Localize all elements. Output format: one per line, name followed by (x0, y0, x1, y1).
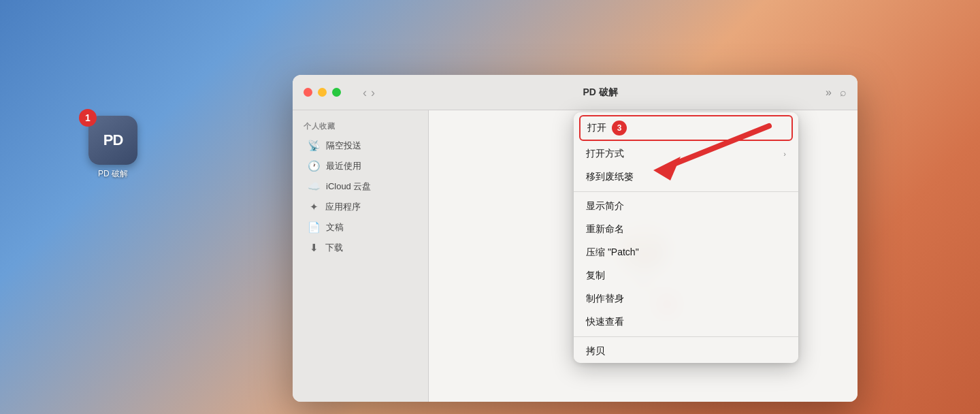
context-move-trash-label: 移到废纸篓 (586, 171, 634, 183)
context-menu-move-trash[interactable]: 移到废纸篓 (574, 165, 798, 189)
desktop-icon-area: 1 PD PD 破解 (88, 116, 137, 180)
context-copy-label: 复制 (586, 270, 605, 282)
context-menu-compress[interactable]: 压缩 "Patch" (574, 241, 798, 264)
app-icon-wrapper: 1 PD PD 破解 (88, 116, 137, 180)
context-menu-quicklook[interactable]: 快速查看 (574, 310, 798, 334)
context-menu-copy[interactable]: 复制 (574, 264, 798, 287)
downloads-icon: ⬇ (308, 242, 320, 254)
app-icon[interactable]: PD (88, 116, 137, 165)
sidebar-item-airdrop-label: 隔空投送 (326, 140, 361, 152)
nav-forward-button[interactable]: › (371, 86, 375, 99)
finder-sidebar: 个人收藏 📡 隔空投送 🕐 最近使用 ☁️ iCloud 云盘 ✦ 应用程序 📄… (293, 110, 429, 402)
badge-3: 3 (612, 121, 627, 136)
context-menu-open-with[interactable]: 打开方式 › (574, 142, 798, 165)
context-menu: 打开 3 打开方式 › 移到废纸篓 显示简介 重新命名 压缩 "Patch" 复… (574, 112, 798, 363)
sidebar-item-airdrop[interactable]: 📡 隔空投送 (297, 136, 424, 156)
app-initials: PD (103, 131, 123, 149)
sidebar-item-downloads[interactable]: ⬇ 下载 (297, 238, 424, 258)
expand-button[interactable]: » (826, 86, 832, 99)
context-open-with-label: 打开方式 (586, 148, 624, 160)
context-open-label: 打开 (587, 122, 606, 134)
app-desktop-label: PD 破解 (98, 168, 128, 180)
sidebar-item-docs-label: 文稿 (326, 221, 344, 234)
apps-icon: ✦ (308, 201, 320, 213)
sidebar-section-title: 个人收藏 (293, 118, 428, 136)
context-rename-label: 重新命名 (586, 223, 624, 236)
context-menu-info[interactable]: 显示简介 (574, 195, 798, 218)
chevron-right-icon: › (783, 150, 786, 158)
finder-title: PD 破解 (383, 86, 817, 99)
sidebar-item-icloud-label: iCloud 云盘 (326, 180, 371, 193)
sidebar-item-apps-label: 应用程序 (325, 201, 361, 213)
context-compress-label: 压缩 "Patch" (586, 246, 639, 259)
context-menu-alias[interactable]: 制作替身 (574, 287, 798, 310)
context-copy2-label: 拷贝 (586, 345, 605, 357)
icloud-icon: ☁️ (308, 180, 321, 193)
airdrop-icon: 📡 (308, 140, 321, 152)
badge-1: 1 (79, 109, 97, 127)
sidebar-item-recent-label: 最近使用 (326, 160, 361, 172)
titlebar-nav: ‹ › (363, 86, 375, 99)
sidebar-item-recent[interactable]: 🕐 最近使用 (297, 156, 424, 176)
finder-titlebar: ‹ › PD 破解 » ⌕ (293, 75, 858, 110)
sidebar-item-icloud[interactable]: ☁️ iCloud 云盘 (297, 176, 424, 197)
titlebar-actions: » ⌕ (826, 86, 847, 99)
context-quicklook-label: 快速查看 (586, 316, 624, 328)
recent-icon: 🕐 (308, 160, 321, 172)
context-menu-open[interactable]: 打开 3 (579, 115, 793, 141)
nav-back-button[interactable]: ‹ (363, 86, 367, 99)
context-divider-1 (574, 191, 798, 192)
search-button[interactable]: ⌕ (840, 86, 847, 99)
traffic-lights (304, 88, 341, 97)
docs-icon: 📄 (308, 221, 321, 234)
context-info-label: 显示简介 (586, 200, 624, 212)
sidebar-item-docs[interactable]: 📄 文稿 (297, 217, 424, 238)
context-alias-label: 制作替身 (586, 293, 624, 305)
context-menu-rename[interactable]: 重新命名 (574, 218, 798, 241)
close-button[interactable] (304, 88, 312, 97)
context-menu-copy2[interactable]: 拷贝 (574, 340, 798, 363)
maximize-button[interactable] (332, 88, 341, 97)
sidebar-item-apps[interactable]: ✦ 应用程序 (297, 197, 424, 217)
context-divider-2 (574, 336, 798, 337)
sidebar-item-downloads-label: 下载 (325, 242, 343, 254)
minimize-button[interactable] (318, 88, 327, 97)
